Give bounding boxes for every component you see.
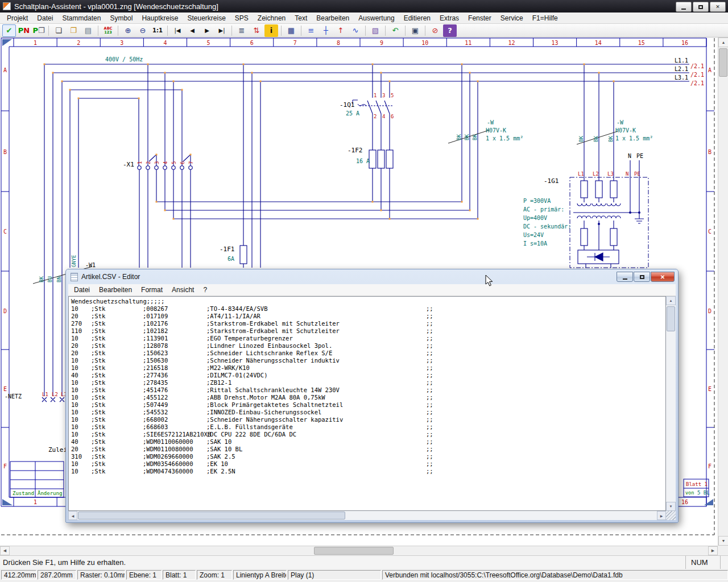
- maximize-button[interactable]: [693, 2, 709, 12]
- schematic-label: /2.1: [690, 63, 704, 69]
- maximize-button[interactable]: [634, 272, 650, 282]
- menu-item-auswertung[interactable]: Auswertung: [354, 13, 399, 23]
- text-abc-123-button[interactable]: ABC123: [101, 24, 115, 37]
- schematic-label: 2: [374, 114, 377, 119]
- parts-list-icon: ≣: [239, 27, 245, 34]
- menu-item-zeichnen[interactable]: Zeichnen: [253, 13, 290, 23]
- image-edit-button[interactable]: ▧: [369, 24, 382, 37]
- previous-sheet-button[interactable]: ◀: [185, 24, 199, 37]
- menu-item-editieren[interactable]: Editieren: [399, 13, 435, 23]
- table-calculator-button[interactable]: ▦: [284, 24, 298, 37]
- toolbar-separator: [281, 26, 282, 36]
- print-icon: ▤: [85, 27, 92, 34]
- editor-vscroll-thumb[interactable]: [667, 306, 675, 331]
- scroll-left-icon[interactable]: ◀: [68, 511, 77, 520]
- notepad-icon: [71, 273, 78, 281]
- help-book-icon: ?: [448, 27, 452, 34]
- editor-text-area[interactable]: Wendeschuetzschaltung;;;;;10;Stk;008267;…: [68, 296, 666, 511]
- zoom-out-button[interactable]: ⊖: [136, 24, 150, 37]
- schematic-label: BU: [47, 276, 53, 282]
- first-sheet-button[interactable]: |◀: [171, 24, 184, 37]
- ruler-column-number: 9: [380, 40, 383, 46]
- editor-menu-item--[interactable]: ?: [198, 285, 212, 295]
- num-lock-indicator: NUM: [685, 556, 721, 569]
- editor-menu-item-bearbeiten[interactable]: Bearbeiten: [94, 285, 136, 295]
- info-figure-button[interactable]: i: [264, 24, 278, 37]
- menu-item-hauptkreise[interactable]: Hauptkreise: [137, 13, 183, 23]
- schematic-label: PE: [634, 171, 640, 177]
- scroll-down-icon[interactable]: ▼: [666, 502, 676, 511]
- page-symbol-icon: P: [32, 27, 38, 34]
- sheet-exchange-button[interactable]: ⇅: [250, 24, 263, 37]
- editor-horizontal-scrollbar[interactable]: ◀ ▶: [68, 511, 666, 520]
- menu-item-stammdaten[interactable]: Stammdaten: [57, 13, 105, 23]
- print-button[interactable]: ▤: [81, 24, 95, 37]
- schematic-label: 3: [382, 93, 385, 98]
- menu-item-symbol[interactable]: Symbol: [105, 13, 137, 23]
- vscroll-thumb[interactable]: [719, 48, 727, 77]
- new-document-button[interactable]: ❏: [52, 24, 65, 37]
- page-symbol-button[interactable]: P❐: [32, 24, 46, 37]
- menu-item-datei[interactable]: Datei: [32, 13, 57, 23]
- editor-hscroll-thumb[interactable]: [78, 512, 345, 519]
- hscroll-thumb[interactable]: [314, 547, 394, 555]
- help-book-button[interactable]: ?: [443, 24, 457, 37]
- ruler-column-number: 11: [465, 40, 471, 46]
- app-titlebar[interactable]: Schaltplan-Assistent - vpla0001.zng [Wen…: [0, 0, 728, 13]
- apply-check-button[interactable]: ✔: [2, 24, 16, 37]
- ruler-row-letter: D: [3, 308, 7, 314]
- minimize-button[interactable]: [617, 272, 633, 282]
- menu-item-projekt[interactable]: Projekt: [2, 13, 32, 23]
- menu-item-extras[interactable]: Extras: [435, 13, 464, 23]
- schematic-label: 6: [391, 114, 394, 119]
- app-vertical-scrollbar[interactable]: ▲ ▼: [718, 38, 728, 546]
- scroll-up-icon[interactable]: ▲: [718, 38, 728, 47]
- app-horizontal-scrollbar[interactable]: ◀ ▶: [0, 546, 718, 555]
- csv-header-line: Wendeschuetzschaltung;;;;;: [71, 298, 665, 305]
- scroll-down-icon[interactable]: ▼: [718, 536, 728, 546]
- properties-button[interactable]: ▣: [408, 24, 422, 37]
- menu-item-sps[interactable]: SPS: [230, 13, 253, 23]
- editor-window: Artikel.CSV - Editor ✕ DateiBearbeitenFo…: [65, 269, 679, 523]
- menu-item-text[interactable]: Text: [290, 13, 312, 23]
- scroll-left-icon[interactable]: ◀: [0, 546, 10, 555]
- schematic-label: -W: [487, 119, 494, 126]
- editor-window-controls: ✕: [617, 272, 675, 282]
- maximize-icon: [640, 275, 644, 279]
- menu-item-fenster[interactable]: Fenster: [464, 13, 496, 23]
- ruler-column-number: 12: [508, 40, 515, 46]
- scroll-up-icon[interactable]: ▲: [666, 296, 676, 305]
- csv-row: 270;Stk;102176;Starkstrom-Erdkabel mit S…: [71, 320, 665, 327]
- editor-menu-item-datei[interactable]: Datei: [69, 285, 94, 295]
- editor-vertical-scrollbar[interactable]: ▲ ▼: [666, 296, 676, 511]
- undo-button[interactable]: ↶: [388, 24, 402, 37]
- schematic-label: DC - sekundär:: [523, 223, 571, 230]
- potential-node-button[interactable]: ┼: [319, 24, 333, 37]
- editor-titlebar[interactable]: Artikel.CSV - Editor ✕: [66, 269, 678, 284]
- menu-item-service[interactable]: Service: [496, 13, 528, 23]
- power-exit-button[interactable]: ⊘: [428, 24, 442, 37]
- next-sheet-button[interactable]: ▶: [200, 24, 214, 37]
- menu-item-f1-hilfe[interactable]: F1=Hilfe: [528, 13, 562, 23]
- open-file-button[interactable]: ❐: [67, 24, 80, 37]
- parts-list-button[interactable]: ≣: [235, 24, 249, 37]
- editor-menu-item-format[interactable]: Format: [136, 285, 167, 295]
- menu-item-steuerkreise[interactable]: Steuerkreise: [183, 13, 230, 23]
- ruler-column-number: 14: [595, 40, 602, 46]
- menu-item-bearbeiten[interactable]: Bearbeiten: [312, 13, 354, 23]
- scroll-right-icon[interactable]: ▶: [708, 546, 718, 555]
- close-button[interactable]: ✕: [710, 2, 726, 12]
- zoom-in-button[interactable]: ⊕: [121, 24, 135, 37]
- symbol-pn-button[interactable]: PN: [17, 24, 31, 37]
- minimize-button[interactable]: [676, 2, 692, 12]
- schematic-label: 6: [180, 161, 185, 164]
- resize-grip[interactable]: [666, 511, 676, 520]
- last-sheet-button[interactable]: ▶|: [215, 24, 229, 37]
- zoom-1-1-button[interactable]: 1:1: [151, 24, 164, 37]
- scroll-right-icon[interactable]: ▶: [657, 511, 666, 520]
- close-button[interactable]: ✕: [651, 272, 675, 282]
- line-width-button[interactable]: ≡: [304, 24, 318, 37]
- curve-point-button[interactable]: ∿: [349, 24, 362, 37]
- potential-arrow-button[interactable]: ↑: [334, 24, 348, 37]
- editor-menu-item-ansicht[interactable]: Ansicht: [167, 285, 198, 295]
